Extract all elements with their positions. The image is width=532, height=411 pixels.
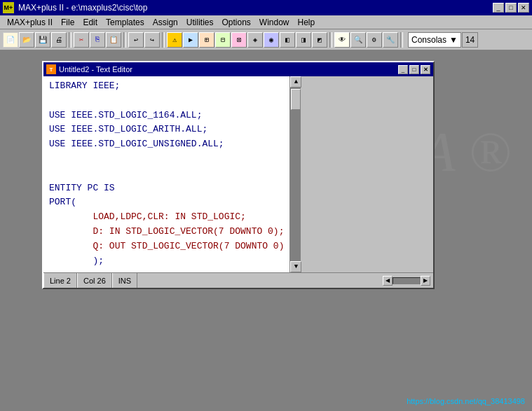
code-line-8: ENTITY PC IS (49, 181, 284, 196)
title-bar: M+ MAX+plus II - e:\maxplus2\cisc\top _ … (0, 0, 532, 15)
font-dropdown[interactable]: Consolas ▼ (408, 32, 461, 48)
menu-file[interactable]: File (57, 17, 79, 28)
btn3[interactable]: ⊞ (199, 32, 214, 48)
code-line-10: LOAD,LDPC,CLR: IN STD_LOGIC; (49, 210, 284, 225)
menu-edit[interactable]: Edit (79, 17, 102, 28)
code-line-12: Q: OUT STD_LOGIC_VECTOR(7 DOWNTO 0) (49, 239, 284, 254)
code-line-7 (49, 167, 284, 181)
toolbar: 📄 📂 💾 🖨 ✂ ⎘ 📋 ↩ ↪ ⚠ ▶ ⊞ ⊟ ⊠ ◈ ◉ ◧ ◨ ◩ 👁 … (0, 29, 532, 50)
main-area: A ® T Untitled2 - Text Editor _ □ ✕ LIBR… (0, 50, 532, 411)
scroll-left-btn[interactable]: ◀ (383, 276, 393, 286)
btn14[interactable]: 🔧 (383, 32, 398, 48)
editor-minimize-btn[interactable]: _ (398, 65, 408, 74)
compile-button[interactable]: ⚠ (167, 32, 182, 48)
vertical-scrollbar: ▲ ▼ (289, 76, 301, 272)
editor-content[interactable]: LIBRARY IEEE; USE IEEE.STD_LOGIC_1164.AL… (43, 76, 289, 272)
code-line-3: USE IEEE.STD_LOGIC_1164.ALL; (49, 109, 284, 123)
code-line-4: USE IEEE.STD_LOGIC_ARITH.ALL; (49, 123, 284, 137)
cut-button[interactable]: ✂ (74, 32, 89, 48)
separator-1 (69, 32, 71, 48)
btn4[interactable]: ⊟ (215, 32, 231, 48)
font-dropdown-arrow[interactable]: ▼ (449, 35, 458, 45)
separator-2 (123, 32, 126, 48)
scroll-down-btn[interactable]: ▼ (290, 261, 301, 272)
separator-3 (162, 32, 165, 48)
copy-button[interactable]: ⎘ (90, 32, 105, 48)
undo-button[interactable]: ↩ (128, 32, 144, 48)
paste-button[interactable]: 📋 (106, 32, 121, 48)
new-button[interactable]: 📄 (3, 32, 18, 48)
line-number: 2 (67, 277, 71, 285)
scrollbar-track[interactable] (290, 88, 301, 261)
maximize-button[interactable]: □ (505, 3, 517, 13)
editor-title: Untitled2 - Text Editor (59, 65, 132, 74)
code-line-6 (49, 152, 284, 167)
menu-window[interactable]: Window (255, 17, 294, 28)
separator-5 (400, 32, 403, 48)
btn6[interactable]: ◈ (247, 32, 263, 48)
editor-window-icon: T (46, 64, 56, 74)
minimize-button[interactable]: _ (493, 3, 504, 13)
scroll-right-btn[interactable]: ▶ (421, 276, 430, 286)
editor-title-bar: T Untitled2 - Text Editor _ □ ✕ (43, 62, 433, 76)
font-size: 14 (462, 32, 478, 48)
app-icon: M+ (3, 2, 14, 13)
insert-mode: INS (112, 273, 137, 288)
menu-assign[interactable]: Assign (149, 17, 182, 28)
code-line-5: USE IEEE.STD_LOGIC_UNSIGNED.ALL; (49, 137, 284, 152)
close-button[interactable]: ✕ (518, 3, 529, 13)
editor-wrapper: LIBRARY IEEE; USE IEEE.STD_LOGIC_1164.AL… (43, 76, 433, 272)
editor-status-bar: Line 2 Col 26 INS ◀ ▶ (43, 272, 433, 288)
menu-templates[interactable]: Templates (102, 17, 149, 28)
code-line-1: LIBRARY IEEE; (49, 79, 284, 94)
text-editor-window: T Untitled2 - Text Editor _ □ ✕ LIBRARY … (42, 61, 435, 289)
scroll-up-btn[interactable]: ▲ (290, 76, 301, 88)
btn8[interactable]: ◧ (280, 32, 295, 48)
btn11[interactable]: 👁 (334, 32, 350, 48)
code-line-2 (49, 94, 284, 109)
code-line-9: PORT( (49, 195, 284, 210)
line-status: Line 2 (43, 273, 77, 288)
bg-logo: A ® (421, 120, 511, 184)
col-status: Col 26 (77, 273, 112, 288)
btn7[interactable]: ◉ (264, 32, 279, 48)
separator-4 (329, 32, 332, 48)
col-number: 26 (97, 277, 106, 285)
open-button[interactable]: 📂 (19, 32, 34, 48)
redo-button[interactable]: ↪ (144, 32, 160, 48)
print-button[interactable]: 🖨 (51, 32, 67, 48)
save-button[interactable]: 💾 (35, 32, 50, 48)
horizontal-scroll-area: ◀ ▶ (383, 276, 430, 286)
h-scrollbar-track[interactable] (393, 277, 421, 284)
menu-help[interactable]: Help (294, 17, 320, 28)
menu-bar: MAX+plus II File Edit Templates Assign U… (0, 15, 532, 29)
btn9[interactable]: ◨ (296, 32, 311, 48)
btn12[interactable]: 🔍 (350, 32, 366, 48)
editor-maximize-btn[interactable]: □ (409, 65, 419, 74)
editor-close-btn[interactable]: ✕ (421, 65, 430, 74)
btn13[interactable]: ⚙ (367, 32, 382, 48)
code-line-11: D: IN STD_LOGIC_VECTOR(7 DOWNTO 0); (49, 225, 284, 239)
menu-utilities[interactable]: Utilities (182, 17, 218, 28)
btn5[interactable]: ⊠ (231, 32, 247, 48)
btn10[interactable]: ◩ (312, 32, 327, 48)
app-title: MAX+plus II - e:\maxplus2\cisc\top (18, 3, 147, 13)
menu-options[interactable]: Options (217, 17, 254, 28)
bottom-link: https://blog.csdn.net/qq_38413498 (407, 397, 525, 405)
simulate-button[interactable]: ▶ (183, 32, 198, 48)
code-line-13: ); (49, 254, 284, 269)
menu-maxplus[interactable]: MAX+plus II (3, 17, 57, 28)
scrollbar-thumb[interactable] (291, 89, 301, 110)
